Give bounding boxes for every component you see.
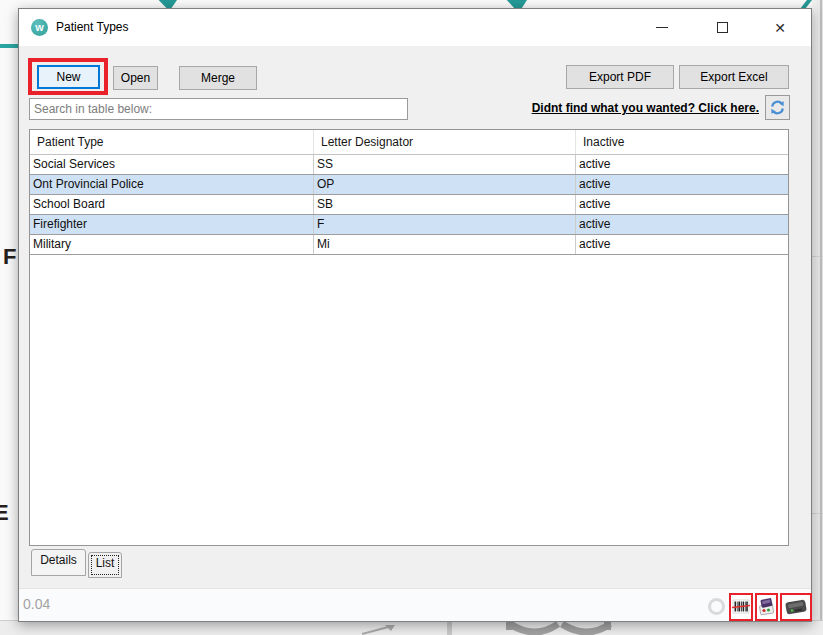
app-logo-icon: W (31, 19, 48, 36)
close-button[interactable]: ✕ (763, 9, 797, 46)
printer-glyph (758, 597, 775, 617)
cell-letter-designator: OP (314, 175, 576, 194)
cell-inactive: active (576, 195, 788, 214)
maximize-icon (717, 22, 728, 33)
export-pdf-button[interactable]: Export PDF (566, 65, 674, 89)
sync-arrows-icon (769, 99, 786, 116)
open-button[interactable]: Open (113, 66, 158, 90)
receipt-printer-icon[interactable] (755, 593, 778, 621)
focus-outline (91, 555, 119, 575)
column-header-inactive[interactable]: Inactive (576, 130, 788, 154)
background-text-fragment: E (0, 502, 9, 524)
minimize-icon (656, 27, 668, 28)
status-timer: 0.04 (23, 596, 50, 612)
window-title: Patient Types (56, 20, 129, 34)
background-bottom-strip (0, 620, 823, 635)
column-header-patient-type[interactable]: Patient Type (30, 130, 314, 154)
help-link[interactable]: Didnt find what you wanted? Click here. (532, 101, 759, 115)
cell-patient-type: School Board (30, 195, 314, 214)
table-row[interactable]: Firefighter F active (30, 215, 788, 235)
cell-patient-type: Social Services (30, 155, 314, 174)
tab-list[interactable]: List (88, 552, 122, 578)
background-text-fragment: F (3, 246, 16, 268)
minimize-button[interactable] (645, 9, 679, 46)
merge-button[interactable]: Merge (179, 66, 257, 90)
cell-inactive: active (576, 215, 788, 234)
new-button[interactable]: New (37, 65, 100, 89)
barcode-glyph (732, 597, 750, 617)
status-indicator-circle (708, 598, 725, 615)
cell-patient-type: Ont Provincial Police (30, 175, 314, 194)
cell-letter-designator: F (314, 215, 576, 234)
close-icon: ✕ (774, 20, 786, 36)
background-window-edge (820, 0, 822, 635)
tab-details[interactable]: Details (31, 549, 86, 576)
table-row[interactable]: Ont Provincial Police OP active (30, 175, 788, 195)
maximize-button[interactable] (705, 9, 739, 46)
table-header-row: Patient Type Letter Designator Inactive (30, 130, 788, 155)
title-bar[interactable]: W Patient Types ✕ (19, 9, 811, 46)
export-excel-button[interactable]: Export Excel (679, 65, 789, 89)
background-watermark-graphic (0, 621, 823, 635)
patient-types-table: Patient Type Letter Designator Inactive … (29, 129, 789, 546)
patient-types-dialog: W Patient Types ✕ New Open Merge Export … (18, 8, 812, 622)
cell-patient-type: Military (30, 235, 314, 254)
cell-letter-designator: SB (314, 195, 576, 214)
barcode-scanner-icon[interactable] (729, 593, 753, 621)
cell-patient-type: Firefighter (30, 215, 314, 234)
cell-inactive: active (576, 175, 788, 194)
cell-letter-designator: Mi (314, 235, 576, 254)
column-header-letter-designator[interactable]: Letter Designator (314, 130, 576, 154)
cell-inactive: active (576, 235, 788, 254)
table-row[interactable]: School Board SB active (30, 195, 788, 215)
card-reader-icon[interactable] (780, 593, 812, 621)
cell-inactive: active (576, 155, 788, 174)
cell-letter-designator: SS (314, 155, 576, 174)
status-bar (19, 588, 811, 621)
search-input[interactable] (29, 98, 408, 120)
refresh-button[interactable] (765, 95, 790, 120)
card-reader-glyph (783, 597, 809, 617)
table-row[interactable]: Social Services SS active (30, 155, 788, 175)
table-row[interactable]: Military Mi active (30, 235, 788, 255)
